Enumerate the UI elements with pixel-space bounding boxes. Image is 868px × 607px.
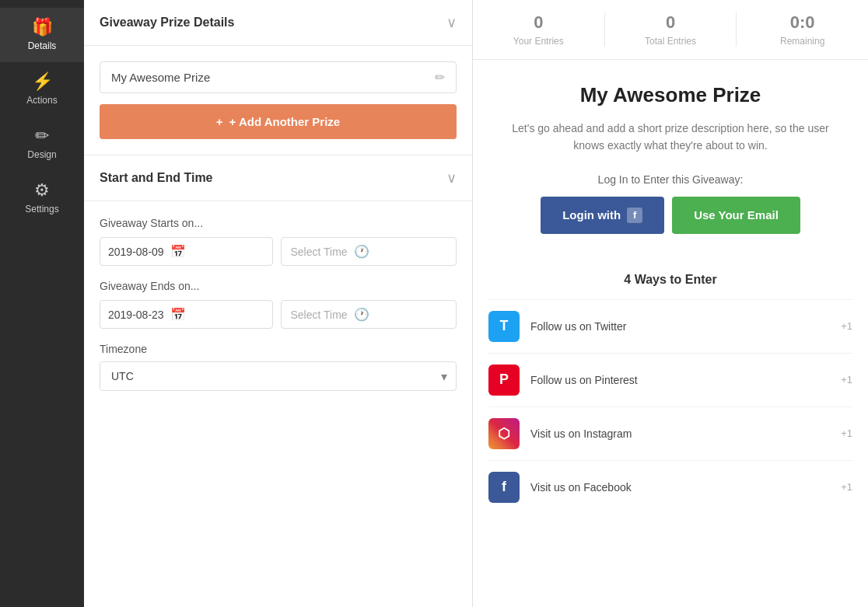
sidebar-label-settings: Settings	[25, 204, 58, 215]
fb-icon: f	[627, 208, 642, 223]
facebook-login-button[interactable]: Login with f	[541, 197, 664, 234]
timezone-select[interactable]: UTC EST PST CST MST	[100, 361, 457, 391]
prize-details-chevron: ∨	[446, 14, 457, 31]
sidebar-item-settings[interactable]: ⚙ Settings	[0, 171, 84, 225]
prize-preview: My Awesome Prize Let's go ahead and add …	[473, 60, 868, 273]
edit-icon[interactable]: ✏	[435, 70, 445, 85]
twitter-points: +1	[841, 320, 852, 332]
start-end-time-title: Start and End Time	[100, 171, 213, 185]
prize-name-input[interactable]	[111, 71, 435, 84]
ways-to-enter-section: 4 Ways to Enter T Follow us on Twitter +…	[473, 273, 868, 514]
entry-item-twitter[interactable]: T Follow us on Twitter +1	[488, 299, 852, 353]
design-icon: ✏	[35, 127, 49, 145]
prize-input-row: ✏	[100, 61, 457, 93]
add-prize-plus: +	[216, 115, 223, 128]
actions-icon: ⚡	[32, 73, 53, 90]
ways-title: 4 Ways to Enter	[488, 273, 852, 287]
preview-prize-title: My Awesome Prize	[504, 83, 837, 107]
clock-icon-start: 🕐	[354, 244, 369, 259]
start-end-time-chevron: ∨	[446, 169, 457, 187]
twitter-label: Follow us on Twitter	[530, 320, 830, 333]
add-prize-button[interactable]: + + Add Another Prize	[100, 104, 457, 139]
end-time-input[interactable]: Select Time 🕐	[281, 300, 457, 329]
sidebar-label-actions: Actions	[26, 95, 57, 106]
total-entries-value: 0	[666, 12, 675, 33]
sidebar-item-design[interactable]: ✏ Design	[0, 117, 84, 171]
sidebar-item-actions[interactable]: ⚡ Actions	[0, 62, 84, 117]
total-entries-label: Total Entries	[645, 36, 696, 47]
email-login-button[interactable]: Use Your Email	[672, 197, 800, 234]
main-panel: Giveaway Prize Details ∨ ✏ + + Add Anoth…	[84, 0, 473, 607]
instagram-points: +1	[841, 427, 852, 439]
entry-item-pinterest[interactable]: P Follow us on Pinterest +1	[488, 353, 852, 406]
your-entries-value: 0	[534, 12, 543, 33]
stat-total-entries: 0 Total Entries	[604, 12, 737, 47]
instagram-icon: ⬡	[488, 418, 520, 449]
time-section: Giveaway Starts on... 2019-08-09 📅 Selec…	[84, 201, 472, 406]
stats-bar: 0 Your Entries 0 Total Entries 0:0 Remai…	[473, 0, 868, 60]
your-entries-label: Your Entries	[513, 36, 564, 47]
remaining-label: Remaining	[780, 36, 824, 47]
fb-login-label: Login with	[562, 208, 621, 222]
gift-icon: 🎁	[32, 19, 53, 36]
facebook-label: Visit us on Facebook	[530, 481, 830, 494]
remaining-value: 0:0	[790, 12, 815, 33]
entry-item-instagram[interactable]: ⬡ Visit us on Instagram +1	[488, 406, 852, 460]
pinterest-label: Follow us on Pinterest	[530, 374, 830, 386]
start-time-row: 2019-08-09 📅 Select Time 🕐	[100, 237, 457, 266]
facebook-points: +1	[841, 481, 852, 493]
start-date-value: 2019-08-09	[108, 246, 164, 258]
settings-icon: ⚙	[34, 182, 50, 199]
stat-your-entries: 0 Your Entries	[473, 12, 604, 47]
end-date-value: 2019-08-23	[108, 309, 164, 321]
instagram-label: Visit us on Instagram	[530, 427, 830, 440]
email-login-label: Use Your Email	[694, 208, 779, 222]
facebook-icon: f	[488, 472, 520, 503]
sidebar-label-details: Details	[28, 40, 57, 51]
sidebar-item-details[interactable]: 🎁 Details	[0, 8, 84, 62]
twitter-icon: T	[488, 311, 520, 342]
start-end-time-header[interactable]: Start and End Time ∨	[84, 155, 472, 201]
pinterest-icon: P	[488, 365, 520, 396]
prize-details-header[interactable]: Giveaway Prize Details ∨	[84, 0, 472, 46]
prize-details-title: Giveaway Prize Details	[100, 16, 234, 30]
stat-remaining: 0:0 Remaining	[736, 12, 868, 47]
calendar-icon-start[interactable]: 📅	[170, 244, 186, 259]
start-date-input[interactable]: 2019-08-09 📅	[100, 237, 273, 266]
clock-icon-end: 🕐	[354, 307, 369, 322]
end-label: Giveaway Ends on...	[100, 280, 457, 292]
timezone-select-wrap: UTC EST PST CST MST	[100, 361, 457, 391]
start-label: Giveaway Starts on...	[100, 217, 457, 229]
entry-item-facebook[interactable]: f Visit us on Facebook +1	[488, 460, 852, 514]
start-time-placeholder: Select Time	[291, 246, 348, 258]
calendar-icon-end[interactable]: 📅	[170, 307, 186, 322]
preview-prize-desc: Let's go ahead and add a short prize des…	[504, 120, 837, 155]
preview-panel: 0 Your Entries 0 Total Entries 0:0 Remai…	[473, 0, 868, 607]
prize-section: ✏ + + Add Another Prize	[84, 46, 472, 155]
end-time-placeholder: Select Time	[291, 309, 348, 321]
sidebar-label-design: Design	[27, 149, 56, 160]
timezone-label: Timezone	[100, 343, 457, 355]
end-time-row: 2019-08-23 📅 Select Time 🕐	[100, 300, 457, 329]
start-time-input[interactable]: Select Time 🕐	[281, 237, 457, 266]
add-prize-label: + Add Another Prize	[229, 115, 341, 128]
login-buttons: Login with f Use Your Email	[504, 197, 837, 234]
pinterest-points: +1	[841, 374, 852, 385]
sidebar: 🎁 Details ⚡ Actions ✏ Design ⚙ Settings	[0, 0, 84, 607]
login-prompt: Log In to Enter this Giveaway:	[504, 173, 837, 186]
end-date-input[interactable]: 2019-08-23 📅	[100, 300, 273, 329]
